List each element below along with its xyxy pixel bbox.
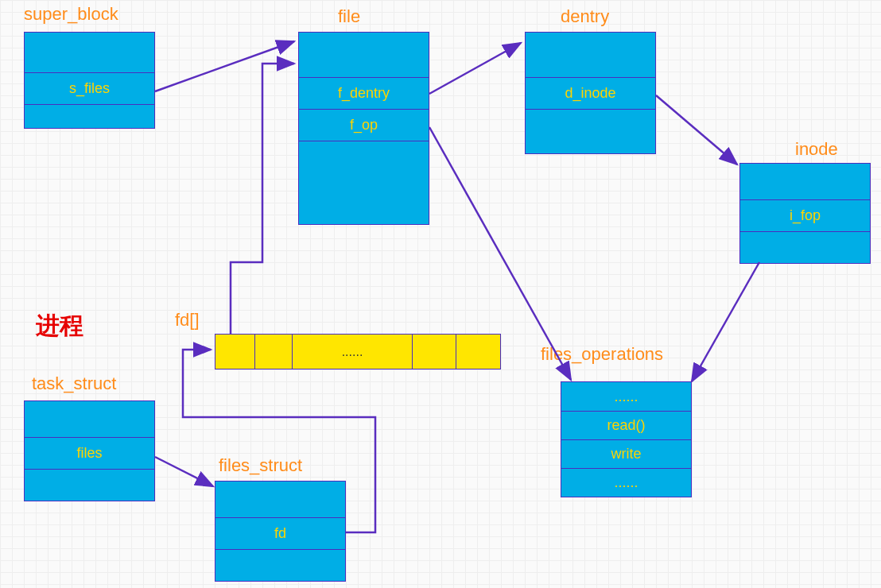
row-empty — [740, 164, 870, 199]
field-read: read() — [561, 411, 691, 439]
field-d-inode: d_inode — [526, 77, 655, 109]
row-empty — [299, 33, 429, 77]
label-task-struct: task_struct — [32, 373, 116, 394]
row-empty — [740, 231, 870, 263]
row-empty — [526, 109, 655, 153]
label-file: file — [338, 6, 360, 27]
fd-cell — [255, 335, 293, 369]
label-fd-array: fd[] — [175, 310, 200, 331]
label-inode: inode — [795, 139, 838, 160]
field-fd: fd — [215, 517, 345, 549]
fd-cell-ellipsis: ...... — [293, 335, 413, 369]
row-empty — [25, 104, 154, 128]
box-inode: i_fop — [739, 163, 871, 264]
row-empty — [25, 33, 154, 72]
box-super-block: s_files — [24, 32, 155, 129]
svg-line-2 — [429, 43, 521, 94]
svg-line-3 — [656, 95, 737, 164]
box-files-struct: fd — [215, 481, 346, 582]
row-empty — [215, 482, 345, 517]
field-ellipsis-bottom: ...... — [561, 468, 691, 497]
label-super-block: super_block — [24, 4, 118, 25]
box-task-struct: files — [24, 400, 155, 501]
fd-cell — [413, 335, 456, 369]
fd-cell — [215, 335, 255, 369]
box-fd-array: ...... — [215, 334, 501, 369]
svg-line-1 — [155, 41, 294, 91]
box-files-operations: ...... read() write ...... — [561, 381, 692, 497]
field-f-dentry: f_dentry — [299, 77, 429, 109]
field-s-files: s_files — [25, 72, 154, 104]
box-file: f_dentry f_op — [298, 32, 429, 225]
row-empty — [25, 469, 154, 501]
box-dentry: d_inode — [525, 32, 656, 154]
label-files-operations: files_operations — [541, 344, 663, 365]
field-write: write — [561, 439, 691, 468]
field-files: files — [25, 437, 154, 469]
svg-line-5 — [692, 262, 759, 381]
field-i-fop: i_fop — [740, 199, 870, 231]
row-empty — [215, 549, 345, 581]
fd-cell — [456, 335, 500, 369]
label-dentry: dentry — [561, 6, 609, 27]
svg-line-6 — [155, 457, 213, 486]
row-empty — [25, 401, 154, 437]
row-empty — [526, 33, 655, 77]
field-ellipsis-top: ...... — [561, 382, 691, 411]
row-empty — [299, 141, 429, 224]
label-files-struct: files_struct — [219, 455, 302, 476]
label-process: 进程 — [36, 310, 83, 342]
field-f-op: f_op — [299, 109, 429, 141]
